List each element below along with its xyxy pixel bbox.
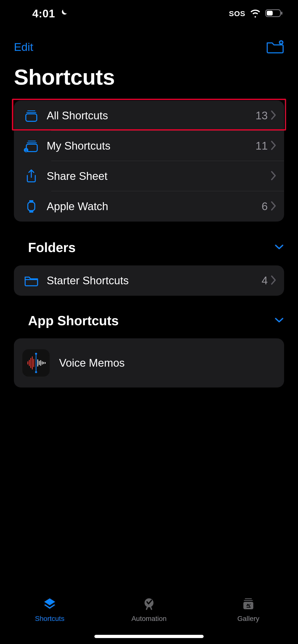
row-label: My Shortcuts	[40, 140, 255, 152]
chevron-down-icon	[274, 244, 284, 251]
svg-rect-12	[28, 202, 35, 210]
svg-rect-4	[27, 110, 35, 111]
svg-rect-8	[27, 142, 37, 143]
folders-card: Starter Shortcuts 4	[14, 266, 284, 296]
svg-point-16	[35, 371, 37, 373]
row-share-sheet[interactable]: Share Sheet	[14, 161, 284, 191]
new-folder-icon[interactable]	[266, 40, 284, 55]
tab-shortcuts[interactable]: Shortcuts	[1, 597, 99, 623]
chevron-right-icon	[270, 201, 277, 212]
status-left: 4:01	[32, 8, 68, 20]
svg-rect-1	[267, 11, 273, 16]
row-label: Share Sheet	[40, 170, 268, 182]
svg-rect-7	[28, 141, 36, 142]
tab-label: Automation	[131, 615, 167, 623]
svg-rect-29	[245, 598, 252, 599]
status-bar: 4:01 SOS	[0, 0, 298, 27]
chevron-right-icon	[270, 110, 277, 121]
watch-icon	[22, 199, 40, 214]
all-shortcuts-icon	[22, 109, 40, 122]
nav-bar: Edit	[0, 37, 298, 57]
row-all-shortcuts[interactable]: All Shortcuts 13	[14, 100, 284, 131]
status-time: 4:01	[32, 8, 55, 20]
row-label: All Shortcuts	[40, 110, 255, 122]
tab-automation[interactable]: Automation	[100, 597, 198, 623]
folder-icon	[22, 274, 40, 286]
section-title: Folders	[28, 240, 76, 255]
app-label: Voice Memos	[50, 357, 125, 369]
row-my-shortcuts[interactable]: My Shortcuts 11	[14, 131, 284, 161]
row-count: 11	[255, 140, 268, 152]
row-count: 13	[255, 110, 268, 122]
my-shortcuts-icon	[22, 139, 40, 152]
chevron-down-icon	[274, 317, 284, 324]
tab-label: Shortcuts	[35, 615, 64, 623]
home-indicator[interactable]	[94, 635, 204, 638]
wifi-icon	[250, 8, 261, 20]
row-label: Apple Watch	[40, 200, 262, 212]
shortcuts-tab-icon	[43, 597, 57, 612]
automation-tab-icon	[142, 597, 156, 612]
page-title: Shortcuts	[14, 64, 115, 90]
svg-rect-6	[26, 114, 37, 121]
section-title: App Shortcuts	[28, 313, 119, 328]
row-count: 6	[262, 200, 268, 212]
tab-label: Gallery	[237, 615, 259, 623]
chevron-right-icon	[270, 171, 277, 182]
tab-gallery[interactable]: Gallery	[199, 597, 297, 623]
row-count: 4	[262, 274, 268, 287]
row-starter-shortcuts[interactable]: Starter Shortcuts 4	[14, 266, 284, 296]
shortcut-sources-card: All Shortcuts 13 My Shortcuts 11	[14, 100, 284, 222]
svg-point-15	[35, 353, 37, 355]
svg-rect-5	[26, 112, 36, 113]
app-shortcuts-section-header[interactable]: App Shortcuts	[28, 313, 284, 328]
folders-section-header[interactable]: Folders	[28, 240, 284, 255]
svg-rect-2	[281, 12, 282, 15]
sos-indicator: SOS	[229, 10, 245, 18]
voice-memos-app-icon	[22, 349, 50, 376]
chevron-right-icon	[270, 140, 277, 151]
moon-icon	[59, 8, 68, 19]
gallery-tab-icon	[241, 597, 255, 612]
share-icon	[22, 169, 40, 183]
battery-icon	[265, 9, 283, 18]
row-label: Starter Shortcuts	[40, 274, 262, 287]
svg-rect-30	[244, 600, 253, 601]
chevron-right-icon	[270, 275, 277, 286]
app-shortcuts-card[interactable]: Voice Memos	[14, 338, 284, 388]
row-apple-watch[interactable]: Apple Watch 6	[14, 191, 284, 222]
status-right: SOS	[229, 8, 283, 20]
edit-button[interactable]: Edit	[14, 41, 33, 54]
